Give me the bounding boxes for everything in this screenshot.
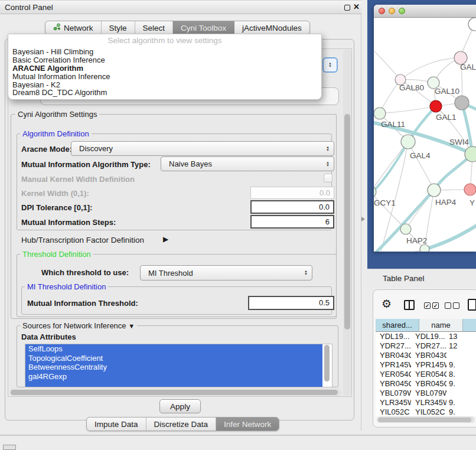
document-icon[interactable] [468, 299, 476, 311]
node-label-gal4: GAL4 [410, 151, 431, 160]
cell: YBL079W [376, 389, 411, 398]
split-divider [409, 301, 410, 309]
split-columns-icon[interactable] [404, 300, 415, 310]
cell: 9. [446, 379, 476, 389]
algorithm-option-dream8-dc-tdc-algorithm[interactable]: Dream8 DC_TDC Algorithm [10, 89, 321, 97]
network-icon [53, 23, 61, 32]
table-row[interactable]: YLR345WYLR345W9. [376, 398, 476, 407]
combo-arrows-icon: ▲▼ [326, 161, 334, 167]
tab-style[interactable]: Style [102, 21, 135, 34]
table-hscrollbar-thumb[interactable] [378, 418, 471, 422]
algorithm-option-bayesian-k2[interactable]: Bayesian - K2 [10, 81, 321, 89]
dpi-tolerance-field[interactable]: 0.0 [250, 200, 334, 214]
attribute-selfloops[interactable]: SelfLoops [25, 344, 322, 354]
zoom-window-icon[interactable] [399, 8, 405, 14]
table-row[interactable]: YBR043CYBR043C [376, 351, 476, 360]
panel-divider-arrow-icon[interactable] [361, 217, 365, 221]
manual-kernel-checkbox[interactable] [324, 174, 332, 182]
network-node[interactable] [455, 96, 469, 110]
which-threshold-combo[interactable]: MI Threshold ▲▼ [140, 265, 312, 281]
algorithm-popup-list: Bayesian - Hill ClimbingBasic Correlatio… [8, 48, 321, 97]
table-row[interactable]: YBR045CYBR045C9. [376, 379, 476, 389]
tab-label: Cyni Toolbox [181, 24, 226, 32]
tab-discretize-data[interactable]: Discretize Data [146, 418, 217, 431]
attributes-scrollbar-thumb[interactable] [324, 345, 330, 381]
node-label-gal80: GAL80 [399, 83, 424, 92]
table-row[interactable]: YDL19...YDL19...13 [376, 332, 476, 341]
mi-threshold-field[interactable]: 0.5 [248, 296, 334, 310]
gear-icon[interactable]: ⚙ [382, 297, 392, 311]
hub-definition-label[interactable]: Hub/Transcription Factor Definition [21, 236, 144, 244]
tab-cyni-toolbox[interactable]: Cyni Toolbox [173, 21, 234, 34]
network-node-gal11[interactable] [374, 107, 386, 119]
aracne-mode-label: Aracne Mode: [21, 145, 72, 154]
horizontal-scrollbar-thumb[interactable] [11, 390, 338, 395]
uncheck-all-icon[interactable] [445, 302, 459, 309]
aracne-mode-combo[interactable]: Discovery ▲▼ [71, 141, 334, 156]
network-node[interactable] [468, 18, 476, 31]
algorithm-combo-stepper[interactable]: ▲ ▼ [322, 57, 338, 73]
kernel-width-field[interactable]: 0.0 [250, 187, 334, 199]
algorithm-option-aracne-algorithm[interactable]: ARACNE Algorithm [10, 64, 321, 73]
table-row[interactable]: YIL052CYIL052C9. [376, 407, 476, 416]
cell: 8. [446, 370, 476, 379]
column-header-name[interactable]: name [419, 319, 463, 332]
mi-threshold-legend: MI Threshold Definition [25, 282, 108, 291]
expand-arrow-icon[interactable]: ▶ [163, 235, 168, 243]
network-node-gal4[interactable] [401, 135, 415, 149]
node-label-gal10: GAL10 [435, 87, 459, 96]
sources-legend[interactable]: Sources for Network Inference ▼ [20, 321, 137, 330]
threshold-legend: Threshold Definition [20, 250, 93, 259]
table-row[interactable]: YPR145WYPR145W9. [376, 360, 476, 370]
table-row[interactable]: YER054CYER054C8. [376, 370, 476, 379]
algorithm-popup: Select algorithm to view settings Bayesi… [8, 34, 322, 100]
network-node-hap2[interactable] [400, 224, 411, 234]
clipped-bottom-button[interactable] [3, 445, 16, 450]
column-header-shared[interactable]: shared... [376, 319, 419, 332]
cell: 9. [446, 398, 476, 407]
float-window-icon[interactable] [344, 5, 350, 11]
tab-impute-data[interactable]: Impute Data [87, 418, 146, 431]
mi-threshold-label: Mutual Information Threshold: [27, 299, 138, 308]
mi-steps-field[interactable]: 6 [250, 215, 334, 229]
mi-type-combo[interactable]: Naive Bayes ▲▼ [161, 156, 334, 171]
table-row[interactable]: YBL079WYBL079W [376, 389, 476, 398]
cell: YBR043C [411, 351, 446, 360]
network-node[interactable] [420, 244, 429, 252]
minimize-window-icon[interactable] [389, 8, 395, 14]
collapse-arrow-icon: ▼ [128, 322, 135, 330]
column-header-clipped[interactable] [463, 319, 476, 332]
apply-button[interactable]: Apply [159, 399, 201, 413]
network-node-hap4[interactable] [428, 184, 441, 197]
algorithm-option-basic-correlation-inference[interactable]: Basic Correlation Inference [10, 56, 321, 64]
vertical-scrollbar-thumb[interactable] [344, 114, 350, 330]
cell: YDL19... [376, 332, 411, 341]
algorithm-definition-legend: Algorithm Definition [20, 129, 92, 138]
close-window-icon[interactable] [379, 8, 385, 14]
tab-infer-network[interactable]: Infer Network [216, 418, 279, 431]
network-canvas[interactable]: GALGAL80GAL10GAL1GAL11GAL4SWI4HAP4YHAP2G… [374, 18, 476, 252]
unchecked-box [445, 302, 451, 309]
tab-jactivemnodules[interactable]: jActiveMNodules [234, 21, 309, 34]
network-node-y[interactable] [464, 184, 476, 195]
cell: YBR043C [376, 351, 411, 360]
cell: 9. [446, 407, 476, 416]
node-label-gal11: GAL11 [381, 120, 405, 129]
network-node-gal1[interactable] [430, 100, 442, 112]
table-panel-titlebar: Table Panel [367, 269, 476, 288]
data-attributes-items: SelfLoopsTopologicalCoefficientBetweenne… [25, 344, 322, 387]
algorithm-option-bayesian-hill-climbing[interactable]: Bayesian - Hill Climbing [10, 48, 321, 56]
check-all-icon[interactable]: ✓ ✓ [424, 302, 439, 309]
attribute-topologicalcoefficient[interactable]: TopologicalCoefficient [25, 354, 322, 363]
attribute-betweennesscentrality[interactable]: BetweennessCentrality [25, 363, 322, 372]
close-panel-icon[interactable]: ✕ [353, 2, 360, 11]
table-row[interactable]: YDR27...YDR27...12 [376, 341, 476, 351]
attribute-clipped[interactable] [25, 381, 322, 387]
tab-network[interactable]: Network [45, 21, 102, 34]
cell: YIL052C [376, 407, 411, 416]
tab-select[interactable]: Select [135, 21, 174, 34]
node-label-swi4: SWI4 [449, 138, 469, 146]
aracne-mode-value: Discovery [79, 144, 113, 153]
attribute-gal4rgexp[interactable]: gal4RGexp [25, 372, 322, 381]
algorithm-option-mutual-information-inference[interactable]: Mutual Information Inference [10, 73, 321, 81]
